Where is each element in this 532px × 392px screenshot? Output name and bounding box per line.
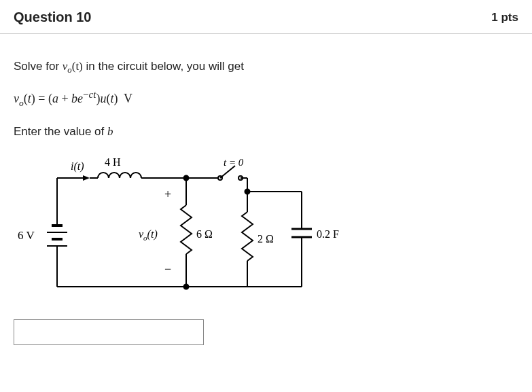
vo-label: vo(t) <box>139 228 158 242</box>
circuit-diagram: 6 V i(t) 4 H + vo(t) − 6 Ω t = 0 2 Ω 0.2… <box>10 151 376 307</box>
switch-label: t = 0 <box>224 157 244 168</box>
prompt-text-3: Enter the value of <box>14 125 107 138</box>
prompt-text: Solve for <box>14 60 63 73</box>
minus-sign: − <box>164 262 171 276</box>
prompt-line-1: Solve for vo(t) in the circuit below, yo… <box>14 60 518 75</box>
var-b: b <box>107 125 113 138</box>
svg-marker-1 <box>83 175 90 181</box>
question-title: Question 10 <box>14 10 91 25</box>
r1-label: 6 Ω <box>196 228 213 240</box>
prompt-text-post: in the circuit below, you will get <box>83 60 244 73</box>
prompt-line-3: Enter the value of b <box>14 125 518 139</box>
question-points: 1 pts <box>491 11 518 24</box>
plus-sign: + <box>164 188 171 201</box>
answer-input[interactable] <box>14 319 204 345</box>
svg-point-26 <box>184 284 189 289</box>
equation-line: vo(t) = (a + be−ct)u(t) V <box>14 89 518 109</box>
cap-label: 0.2 F <box>317 228 339 240</box>
question-header: Question 10 1 pts <box>0 0 532 34</box>
r2-label: 2 Ω <box>258 233 274 245</box>
var-vo: vo(t) <box>63 60 83 73</box>
inductor-label: 4 H <box>105 156 121 168</box>
question-content: Solve for vo(t) in the circuit below, yo… <box>0 34 532 352</box>
current-label: i(t) <box>71 160 84 173</box>
source-label: 6 V <box>18 229 35 242</box>
